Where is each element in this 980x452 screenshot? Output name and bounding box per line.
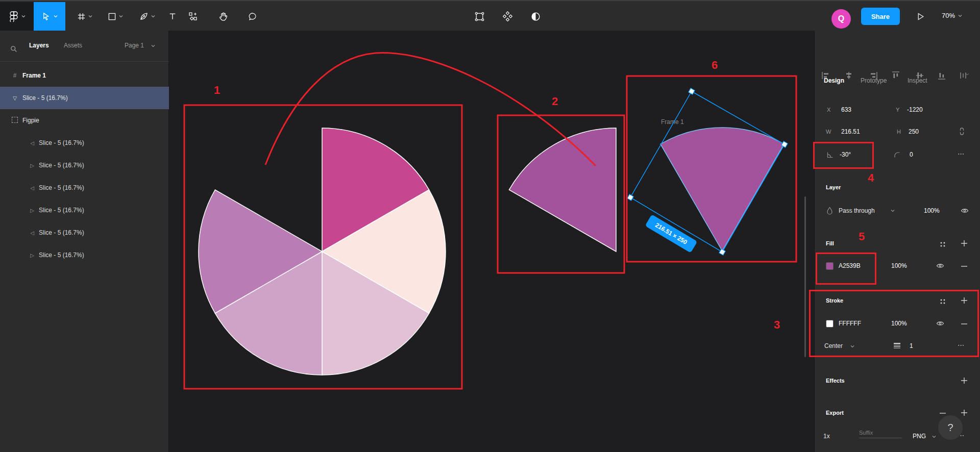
main-menu-button[interactable] [0, 2, 34, 31]
layer-row-label: Slice - 5 (16.7%) [39, 162, 84, 169]
stroke-align-select[interactable]: Center [824, 342, 843, 349]
layer-row-label: Slice - 5 (16.7%) [39, 229, 84, 236]
align-right-icon[interactable] [871, 72, 877, 79]
text-tool-icon [168, 12, 177, 20]
layer-opacity-field[interactable]: 100% [924, 207, 940, 214]
remove-stroke-icon[interactable] [961, 323, 968, 325]
add-effect-icon[interactable] [961, 377, 968, 384]
hand-tool-button[interactable] [216, 2, 230, 31]
width-field[interactable]: 216.51 [841, 128, 860, 135]
layer-row-child[interactable]: ▷ Slice - 5 (16.7%) [0, 154, 169, 177]
move-tool-button[interactable] [34, 2, 65, 31]
share-button[interactable]: Share [861, 8, 900, 25]
visibility-eye-icon[interactable] [936, 320, 944, 327]
styles-icon[interactable] [939, 298, 946, 305]
search-icon[interactable] [10, 45, 17, 53]
chevron-down-icon[interactable] [891, 209, 895, 212]
stroke-more-options-icon[interactable]: ⋯ [958, 341, 965, 349]
align-horizontal-center-icon[interactable] [846, 72, 851, 79]
x-field[interactable]: 633 [841, 106, 851, 113]
chevron-down-icon[interactable] [850, 345, 854, 348]
align-vertical-center-icon[interactable] [916, 72, 923, 79]
text-tool-button[interactable] [166, 2, 179, 31]
layer-row-label: Slice - 5 (16.7%) [39, 207, 84, 214]
corner-radius-field[interactable]: 0 [910, 151, 913, 158]
help-button[interactable]: ? [938, 415, 963, 440]
multi-edit-button[interactable] [501, 2, 514, 31]
pie-chart-figpie[interactable] [199, 128, 446, 375]
selection-handle[interactable] [719, 249, 725, 255]
edit-object-icon [474, 11, 485, 22]
add-stroke-icon[interactable] [961, 297, 968, 304]
design-panel: Design Prototype Inspect [814, 31, 980, 452]
pen-tool-button[interactable] [134, 2, 160, 31]
present-button[interactable] [914, 2, 927, 31]
height-field[interactable]: 250 [909, 128, 919, 135]
layer-row-label: Figpie [22, 117, 39, 124]
layer-row-child[interactable]: ◁ Slice - 5 (16.7%) [0, 132, 169, 154]
layers-panel: Layers Assets Page 1 # Frame 1 ▽ Slice -… [0, 31, 169, 452]
more-options-icon[interactable]: ⋯ [958, 150, 965, 158]
canvas-scrollbar[interactable] [804, 196, 806, 357]
chevron-down-icon[interactable] [932, 435, 936, 438]
y-field[interactable]: -1220 [907, 106, 923, 113]
tab-assets[interactable]: Assets [64, 42, 82, 49]
fill-opacity-field[interactable]: 100% [891, 262, 907, 269]
size-badge: 216.51 × 250 [645, 214, 698, 253]
layer-row-frame[interactable]: # Frame 1 [0, 64, 169, 87]
export-scale-select[interactable]: 1x [823, 433, 830, 440]
move-cursor-icon [41, 12, 51, 21]
selection-handle[interactable] [627, 194, 633, 200]
stroke-weight-field[interactable]: 1 [910, 342, 913, 349]
rotation-field[interactable]: -30° [840, 151, 851, 158]
blend-mode-icon[interactable] [826, 207, 834, 215]
distribute-icon[interactable] [961, 72, 969, 79]
blend-mode-select[interactable]: Pass through [839, 207, 875, 214]
comment-tool-button[interactable] [246, 2, 259, 31]
layer-row-figpie[interactable]: Figpie [0, 109, 169, 132]
page-selector[interactable]: Page 1 [125, 42, 144, 49]
group-frame-icon [7, 117, 22, 124]
stroke-hex-field[interactable]: FFFFFF [839, 320, 861, 327]
layer-row-child[interactable]: ▷ Slice - 5 (16.7%) [0, 244, 169, 266]
detached-pie-slice[interactable] [509, 128, 616, 252]
avatar[interactable]: Q [831, 9, 851, 29]
visibility-eye-icon[interactable] [936, 263, 944, 269]
align-top-icon[interactable] [892, 72, 899, 78]
visibility-eye-icon[interactable] [961, 208, 969, 214]
hand-tool-icon [218, 12, 228, 21]
resources-tool-button[interactable] [186, 2, 200, 31]
fill-hex-field[interactable]: A2539B [839, 262, 861, 269]
add-fill-icon[interactable] [961, 240, 968, 247]
stroke-opacity-field[interactable]: 100% [891, 320, 907, 327]
y-label: Y [896, 107, 899, 113]
effects-section-header: Effects [826, 378, 845, 384]
selection-handle[interactable] [689, 88, 695, 94]
export-format-select[interactable]: PNG [913, 433, 926, 440]
figma-logo-icon [9, 11, 19, 22]
frame-tool-button[interactable] [71, 2, 98, 31]
collapse-export-icon[interactable] [939, 412, 946, 414]
stroke-color-swatch[interactable] [826, 320, 834, 328]
layer-row-label: Slice - 5 (16.7%) [39, 252, 84, 259]
chevron-down-icon [119, 15, 123, 18]
chevron-down-icon[interactable] [151, 44, 155, 47]
styles-icon[interactable] [939, 241, 946, 248]
edit-object-button[interactable] [473, 2, 486, 31]
align-left-icon[interactable] [822, 72, 828, 79]
fill-color-swatch[interactable] [826, 262, 834, 270]
layer-row-child[interactable]: ▷ Slice - 5 (16.7%) [0, 199, 169, 221]
layer-row-selected-slice[interactable]: ▽ Slice - 5 (16.7%) [0, 87, 169, 109]
remove-fill-icon[interactable] [961, 265, 968, 267]
export-suffix-input[interactable] [859, 430, 902, 438]
shape-tool-button[interactable] [102, 2, 129, 31]
canvas[interactable]: Frame 1 216.51 × 250 1 2 6 [169, 31, 814, 452]
layer-row-child[interactable]: ◁ Slice - 5 (16.7%) [0, 177, 169, 199]
add-export-icon[interactable] [961, 409, 968, 416]
mask-button[interactable] [529, 2, 542, 31]
align-bottom-icon[interactable] [938, 73, 945, 79]
layer-row-child[interactable]: ◁ Slice - 5 (16.7%) [0, 221, 169, 244]
constrain-proportions-icon[interactable] [958, 127, 966, 136]
zoom-menu[interactable]: 70% [942, 12, 962, 19]
tab-layers[interactable]: Layers [29, 42, 49, 49]
